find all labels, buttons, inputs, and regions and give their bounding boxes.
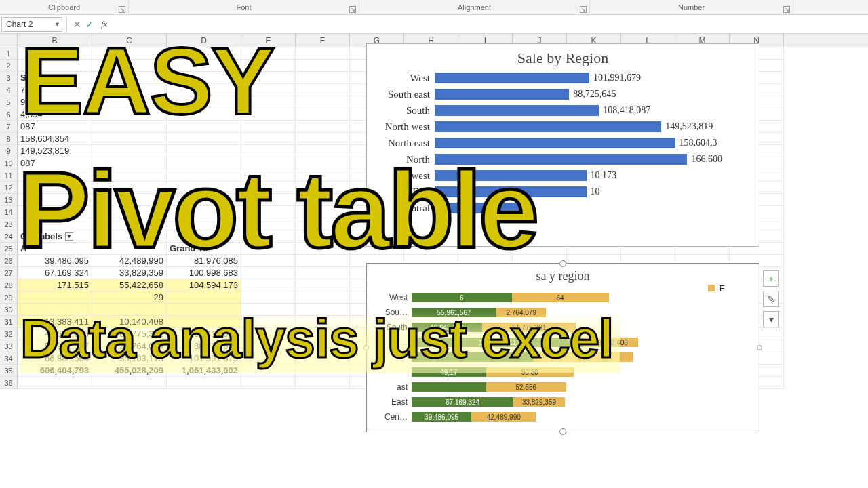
cell[interactable] [296,218,350,230]
cell[interactable] [92,96,167,108]
cell[interactable] [296,96,350,108]
filter-dropdown-icon[interactable]: ▾ [65,232,73,241]
cell[interactable]: 606,404,793 [18,365,92,377]
cell[interactable] [167,157,241,169]
accept-formula-icon[interactable]: ✓ [83,18,96,30]
cell[interactable] [167,121,241,133]
cell[interactable] [241,304,296,316]
cell[interactable] [92,218,167,230]
cell[interactable] [167,194,241,206]
cell[interactable] [167,206,241,218]
cell[interactable]: 149,523,819 [18,145,92,157]
cell[interactable] [296,133,350,145]
cell[interactable] [18,182,92,194]
row-header[interactable]: 1 [0,47,18,60]
cell[interactable]: 35,103,115 [92,352,167,365]
cell[interactable] [18,218,92,230]
cell[interactable]: 67,169,324 [18,267,92,279]
cell[interactable]: 100,998,683 [167,267,241,279]
row-header[interactable]: 10 [0,157,18,169]
chart-sale-by-region[interactable]: Sale by Region West101,991,679South east… [366,43,760,247]
cell[interactable] [296,316,350,328]
row-header[interactable]: 23 [0,218,18,230]
cell[interactable]: 087 [18,157,92,169]
cell[interactable]: A [18,243,92,255]
cell[interactable] [167,145,241,157]
row-header[interactable]: 32 [0,328,18,340]
cell[interactable] [92,304,167,316]
cell[interactable] [92,243,167,255]
cell[interactable] [296,47,350,60]
cell[interactable] [167,108,241,121]
cell[interactable] [241,230,296,243]
formula-input[interactable] [107,17,868,32]
cell[interactable] [296,255,350,267]
cell[interactable] [18,169,92,182]
cell[interactable] [167,182,241,194]
cell[interactable] [241,328,296,340]
row-header[interactable]: 34 [0,352,18,365]
cell[interactable] [167,291,241,304]
cell[interactable] [296,84,350,96]
cell[interactable] [167,60,241,72]
cell[interactable] [241,255,296,267]
cell[interactable]: 101,991,679 [167,352,241,365]
cell[interactable] [241,267,296,279]
cell[interactable]: 455,028,209 [92,365,167,377]
cell[interactable] [167,84,241,96]
cell[interactable]: 108,418,087 [167,328,241,340]
chevron-down-icon[interactable]: ▼ [54,21,60,28]
cell[interactable] [18,377,92,389]
row-header[interactable]: 3 [0,72,18,84]
cell[interactable] [296,169,350,182]
cell[interactable]: 158,604,354 [18,133,92,145]
cell[interactable] [241,60,296,72]
cell[interactable] [167,377,241,389]
cell[interactable]: 81,976,085 [167,255,241,267]
cell[interactable] [167,316,241,328]
cell[interactable] [18,291,92,304]
cell[interactable] [296,230,350,243]
row-header[interactable]: 6 [0,108,18,121]
row-header[interactable]: 11 [0,169,18,182]
cancel-formula-icon[interactable]: ✕ [71,18,83,30]
cell[interactable] [92,108,167,121]
cell[interactable] [241,121,296,133]
cell[interactable] [92,84,167,96]
cell[interactable] [241,182,296,194]
cell[interactable] [241,352,296,365]
cell[interactable] [296,267,350,279]
cell[interactable] [92,230,167,243]
cell[interactable] [18,194,92,206]
cell[interactable] [92,133,167,145]
chart-plus-icon[interactable]: + [763,270,779,287]
cell[interactable] [241,194,296,206]
cell[interactable] [18,47,92,60]
cell[interactable] [92,47,167,60]
number-launcher-icon[interactable]: ↘ [783,6,790,13]
cell[interactable] [296,145,350,157]
cell[interactable] [92,169,167,182]
column-header[interactable]: F [296,34,350,47]
cell[interactable] [296,243,350,255]
cell[interactable]: 55,961,567 [18,340,92,352]
cell[interactable]: 29 [92,291,167,304]
row-header[interactable]: 28 [0,279,18,291]
cell[interactable] [241,291,296,304]
cell[interactable] [167,72,241,84]
row-header[interactable]: 30 [0,304,18,316]
cell[interactable]: 98 [18,96,92,108]
cell[interactable] [167,304,241,316]
cell[interactable]: 33,829,359 [92,267,167,279]
cell[interactable] [18,304,92,316]
column-header[interactable]: D [167,34,241,47]
cell[interactable]: 55,422,658 [92,279,167,291]
cell[interactable] [241,169,296,182]
cell[interactable] [241,206,296,218]
cell[interactable] [92,145,167,157]
row-header[interactable]: 13 [0,194,18,206]
cell[interactable] [296,365,350,377]
cell[interactable]: 76,0 [18,84,92,96]
cell[interactable] [296,157,350,169]
cell[interactable] [296,328,350,340]
